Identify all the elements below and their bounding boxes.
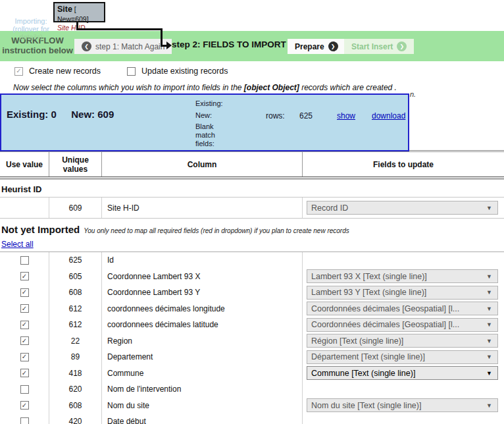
step2-heading: step 2: FIELDS TO IMPORT	[172, 40, 286, 49]
use-value-checkbox[interactable]: ✓	[20, 336, 29, 345]
chevron-down-icon: ▼	[486, 205, 492, 211]
use-value-checkbox[interactable]: ✓	[20, 401, 29, 410]
instruction-text: Now select the columns which you wish to…	[13, 83, 397, 92]
table-row: ✓ 612 coordonnees décimales longitude Co…	[0, 301, 504, 317]
field-select-value: Commune [Text (single line)]	[311, 369, 415, 378]
unique-values-count: 420	[68, 417, 82, 424]
field-select-value: Lambert 93 Y [Text (single line)]	[311, 288, 426, 297]
use-value-checkbox[interactable]: ✓	[20, 256, 29, 265]
field-select[interactable]: Coordonnées décimales [Geospatial] [l...…	[307, 302, 498, 315]
not-yet-imported-label: Not yet Imported	[1, 224, 80, 235]
table-row: ✓ 89 Departement Département [Text (sing…	[0, 349, 504, 365]
record-options-row: ✓ Create new records Update existing rec…	[14, 66, 228, 76]
not-yet-imported-title: Not yet ImportedYou only need to map all…	[1, 224, 349, 235]
field-select-record-id[interactable]: Record ID ▼	[307, 201, 498, 215]
summary-totals: Existing: 0 New: 609	[7, 109, 114, 120]
unique-values-count: 620	[68, 384, 82, 394]
create-new-records-label: Create new records	[29, 66, 101, 76]
instruction-post: records which are created .	[299, 83, 397, 92]
header-column: Column	[102, 152, 303, 176]
workflow-bar: WORKFLOW instruction below ❮ step 1: Mat…	[0, 31, 504, 61]
unique-values-count: 612	[68, 304, 82, 313]
column-name: Coordonnee Lambert 93 X	[107, 272, 200, 281]
record-type-tooltip: Site [ New=609] Site H-ID	[53, 2, 105, 22]
table-top-border	[409, 150, 504, 151]
unique-values-count: 605	[68, 272, 82, 281]
unique-values-count: 608	[68, 401, 82, 410]
unique-values-count: 89	[71, 352, 80, 361]
prepare-button[interactable]: Prepare ❯	[288, 39, 345, 54]
update-existing-records-checkbox[interactable]	[127, 67, 136, 76]
start-insert-button-label: Start Insert	[351, 42, 393, 51]
heurist-id-section-title: Heurist ID	[1, 184, 41, 194]
forward-arrow-icon: ❯	[397, 41, 407, 51]
importing-note-line1: Importing:	[8, 17, 54, 25]
unique-values-count: 22	[71, 336, 80, 346]
importing-note-line3: details)	[8, 33, 54, 41]
chevron-down-icon: ▼	[486, 289, 492, 296]
field-select-value: Nom du site [Text (single line)]	[311, 401, 421, 410]
instruction-pre: Now select the columns which you wish to…	[13, 83, 244, 92]
use-value-checkbox[interactable]: ✓	[20, 272, 29, 280]
field-select[interactable]: Nom du site [Text (single line)] ▼	[307, 398, 498, 412]
select-all-link[interactable]: Select all	[1, 240, 34, 249]
field-select-value: Département [Text (single line)]	[311, 352, 425, 361]
field-select[interactable]: Région [Text (single line)] ▼	[307, 334, 498, 348]
field-select-value: Lambert 93 X [Text (single line)]	[311, 272, 427, 281]
columns-table-header: Use value Unique values Column Fields to…	[0, 151, 504, 177]
detail-blank-match-label: Blank match fields:	[195, 122, 226, 148]
step1-match-again-button[interactable]: ❮ step 1: Match Again	[74, 39, 172, 54]
field-select[interactable]: Coordonnées décimales [Geospatial] [l...…	[307, 318, 498, 332]
table-row: ✓ 620 Nom de l'intervention	[0, 381, 504, 398]
back-arrow-icon: ❮	[82, 41, 91, 51]
rows-count: 625	[299, 111, 313, 120]
create-new-records-checkbox[interactable]: ✓	[14, 67, 23, 76]
chevron-down-icon: ▼	[486, 370, 492, 377]
field-select[interactable]: Département [Text (single line)] ▼	[307, 350, 498, 364]
connector-line	[76, 28, 163, 30]
not-yet-imported-note: You only need to map all required fields…	[84, 227, 349, 234]
column-name: Coordonnee Lambert 93 Y	[107, 288, 200, 297]
use-value-checkbox[interactable]: ✓	[20, 369, 29, 377]
use-value-checkbox[interactable]: ✓	[20, 288, 29, 297]
chevron-down-icon: ▼	[486, 354, 492, 360]
show-link[interactable]: show	[337, 111, 355, 120]
table-row: ✓ 608 Coordonnee Lambert 93 Y Lambert 93…	[0, 284, 504, 301]
update-existing-records-label: Update existing records	[141, 66, 228, 76]
column-name: Date début	[107, 417, 146, 424]
existing-value: 0	[51, 109, 57, 120]
use-value-checkbox[interactable]: ✓	[20, 304, 29, 313]
unique-values-count: 418	[68, 369, 82, 378]
field-select-value: Coordonnées décimales [Geospatial] [l...	[311, 320, 459, 329]
header-use-value: Use value	[0, 152, 49, 176]
field-select[interactable]: Lambert 93 Y [Text (single line)] ▼	[307, 286, 498, 300]
header-divider	[0, 178, 504, 180]
header-fields-to-update: Fields to update	[303, 152, 504, 176]
table-row: ✓ 22 Region Région [Text (single line)] …	[0, 333, 504, 350]
column-name: Departement	[107, 352, 153, 361]
download-link[interactable]: download	[372, 111, 405, 120]
new-label: New:	[71, 109, 95, 120]
chevron-down-icon: ▼	[486, 273, 492, 280]
table-row: ✓ 625 Id	[0, 252, 504, 269]
check-icon: ✓	[22, 354, 27, 360]
use-value-checkbox[interactable]: ✓	[20, 417, 29, 424]
chevron-down-icon: ▼	[486, 305, 492, 312]
new-value: 609	[97, 109, 114, 120]
unique-values-count: 609	[49, 198, 102, 218]
start-insert-button-disabled[interactable]: Start Insert ❯	[344, 39, 414, 54]
check-icon: ✓	[16, 68, 21, 74]
use-value-checkbox[interactable]: ✓	[20, 321, 29, 329]
table-row: ✓ 420 Date début	[0, 413, 504, 424]
check-icon: ✓	[22, 402, 27, 409]
check-icon: ✓	[22, 289, 27, 296]
check-icon: ✓	[22, 273, 27, 280]
use-value-checkbox[interactable]: ✓	[20, 353, 29, 361]
hidden-text-fragment: n.	[410, 90, 416, 98]
field-select[interactable]: Commune [Text (single line)] ▼	[307, 366, 498, 380]
field-select[interactable]: Lambert 93 X [Text (single line)] ▼	[307, 269, 498, 283]
column-name: coordonnees décimales latitude	[107, 320, 218, 329]
import-fields-page: Site [ New=609] Site H-ID Importing: (ro…	[0, 0, 504, 424]
column-name: Nom du site	[107, 401, 149, 410]
use-value-checkbox[interactable]: ✓	[20, 385, 29, 394]
